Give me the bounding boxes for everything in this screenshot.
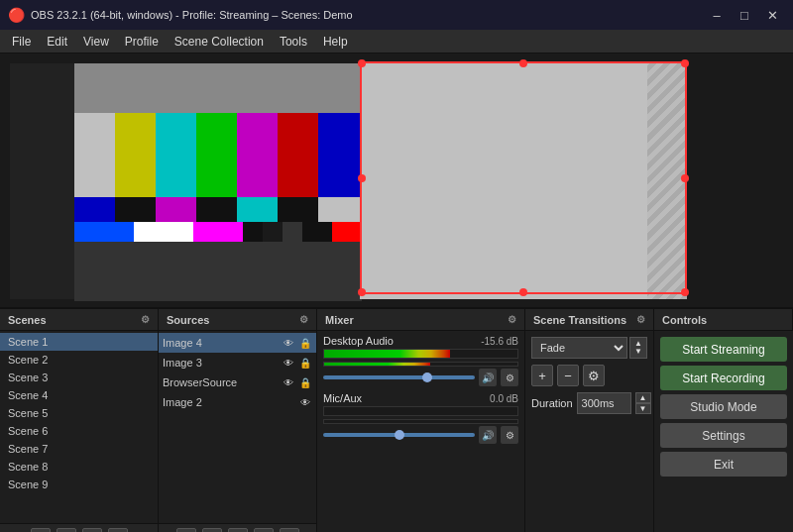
menu-profile[interactable]: Profile [117,31,167,53]
remove-transition-button[interactable]: − [557,365,579,386]
mic-mixer-settings[interactable]: ⚙ [501,426,518,444]
mixer-track-desktop: Desktop Audio -15.6 dB 🔊 ⚙ [323,335,518,386]
scenes-header-icon[interactable]: ⚙ [141,314,150,325]
minimize-button[interactable]: – [704,4,730,26]
transition-type-select[interactable]: Fade [531,337,627,359]
move-scene-up-button[interactable]: ∧ [82,528,102,533]
svg-rect-14 [74,222,134,242]
start-streaming-button[interactable]: Start Streaming [660,337,787,362]
mic-volume-slider[interactable] [323,433,475,437]
panels-row: Scene 1 Scene 2 Scene 3 Scene 4 Scene 5 … [0,331,793,532]
sources-list: Image 4 👁 🔒 Image 3 👁 🔒 BrowserSource [159,331,316,523]
mic-mute-button[interactable]: 🔊 [479,426,497,444]
desktop-volume-slider[interactable] [323,375,475,379]
desktop-mute-button[interactable]: 🔊 [479,369,497,386]
menu-file[interactable]: File [4,31,39,53]
menu-scene-collection[interactable]: Scene Collection [167,31,272,53]
add-scene-button[interactable]: + [31,528,51,533]
source-item[interactable]: Image 3 👁 🔒 [159,353,316,372]
settings-button[interactable]: Settings [660,423,787,448]
titlebar-left: 🔴 OBS 23.2.1 (64-bit, windows) - Profile… [8,7,353,23]
remove-source-button[interactable]: − [202,528,222,533]
move-scene-down-button[interactable]: ∨ [108,528,128,533]
desktop-mixer-settings[interactable]: ⚙ [501,369,518,386]
add-source-button[interactable]: + [176,528,196,533]
preview-color-bars [74,113,362,242]
preview-stripe [647,63,687,299]
svg-rect-2 [156,113,196,197]
preview-gray-bottom [74,242,362,301]
studio-mode-button[interactable]: Studio Mode [660,394,787,419]
menu-tools[interactable]: Tools [272,31,315,53]
duration-up-button[interactable]: ▲ [635,392,651,403]
svg-rect-20 [302,222,332,242]
scene-item[interactable]: Scene 7 [0,440,158,458]
scene-item[interactable]: Scene 8 [0,458,158,476]
scene-item[interactable]: Scene 9 [0,476,158,493]
source-eye-icon[interactable]: 👁 [282,356,295,370]
svg-rect-9 [156,197,196,222]
transitions-panel: Fade ▲ ▼ + − ⚙ Duration ▲ ▼ [525,331,654,532]
source-eye-icon[interactable]: 👁 [282,375,295,389]
source-lock-icon[interactable]: 🔒 [298,336,312,350]
svg-rect-18 [263,222,283,242]
duration-input[interactable] [577,392,631,414]
sources-panel-header: Sources ⚙ [159,309,317,330]
maximize-button[interactable]: □ [732,4,757,26]
controls-panel-header: Controls [654,309,793,330]
scene-item[interactable]: Scene 4 [0,386,158,404]
scene-item[interactable]: Scene 3 [0,369,158,386]
start-recording-button[interactable]: Start Recording [660,366,787,390]
transitions-panel-header: Scene Transitions ⚙ [525,309,654,330]
close-button[interactable]: ✕ [759,4,785,26]
svg-rect-21 [332,222,362,242]
svg-rect-16 [193,222,243,242]
svg-rect-4 [237,113,278,197]
svg-rect-19 [283,222,302,242]
source-settings-button[interactable]: ⚙ [228,528,248,533]
svg-rect-0 [74,113,115,197]
scene-item[interactable]: Scene 5 [0,404,158,422]
bottom-panels: Scenes ⚙ Sources ⚙ Mixer ⚙ Scene Transit… [0,309,793,532]
duration-spin: ▲ ▼ [635,392,651,414]
svg-rect-13 [318,197,362,222]
source-icons: 👁 🔒 [282,375,312,389]
move-source-up-button[interactable]: ∧ [254,528,274,533]
menu-view[interactable]: View [75,31,117,53]
source-lock-icon[interactable]: 🔒 [298,375,312,389]
source-item[interactable]: Image 4 👁 🔒 [159,333,316,353]
mixer-header-icon[interactable]: ⚙ [508,314,516,325]
remove-scene-button[interactable]: − [57,528,76,533]
move-source-down-button[interactable]: ∨ [280,528,299,533]
source-item[interactable]: Image 2 👁 [159,392,316,412]
obs-icon: 🔴 [8,7,25,23]
scenes-toolbar: + − ∧ ∨ [0,523,158,532]
menu-edit[interactable]: Edit [39,31,75,53]
source-eye-icon[interactable]: 👁 [282,336,295,350]
scene-item[interactable]: Scene 1 [0,333,158,351]
svg-rect-5 [278,113,318,197]
add-transition-button[interactable]: + [531,365,553,386]
svg-rect-7 [74,197,115,222]
scenes-panel-header: Scenes ⚙ [0,309,159,330]
transition-settings-button[interactable]: ⚙ [583,365,605,386]
transitions-header-icon[interactable]: ⚙ [636,314,645,325]
exit-button[interactable]: Exit [660,452,787,477]
titlebar: 🔴 OBS 23.2.1 (64-bit, windows) - Profile… [0,0,793,30]
titlebar-controls: – □ ✕ [704,4,785,26]
sources-header-icon[interactable]: ⚙ [299,314,308,325]
mic-meter2 [323,419,518,424]
menu-help[interactable]: Help [315,31,356,53]
source-eye-icon[interactable]: 👁 [298,395,312,409]
scene-item[interactable]: Scene 6 [0,422,158,440]
source-item[interactable]: BrowserSource 👁 🔒 [159,372,316,392]
svg-rect-1 [115,113,156,197]
svg-rect-10 [196,197,237,222]
scene-item[interactable]: Scene 2 [0,351,158,369]
source-lock-icon[interactable]: 🔒 [298,356,312,370]
duration-down-button[interactable]: ▼ [635,403,651,414]
transition-select-row: Fade ▲ ▼ [531,337,647,359]
menubar: File Edit View Profile Scene Collection … [0,30,793,53]
transition-type-spin[interactable]: ▲ ▼ [629,337,647,359]
titlebar-title: OBS 23.2.1 (64-bit, windows) - Profile: … [31,9,353,21]
